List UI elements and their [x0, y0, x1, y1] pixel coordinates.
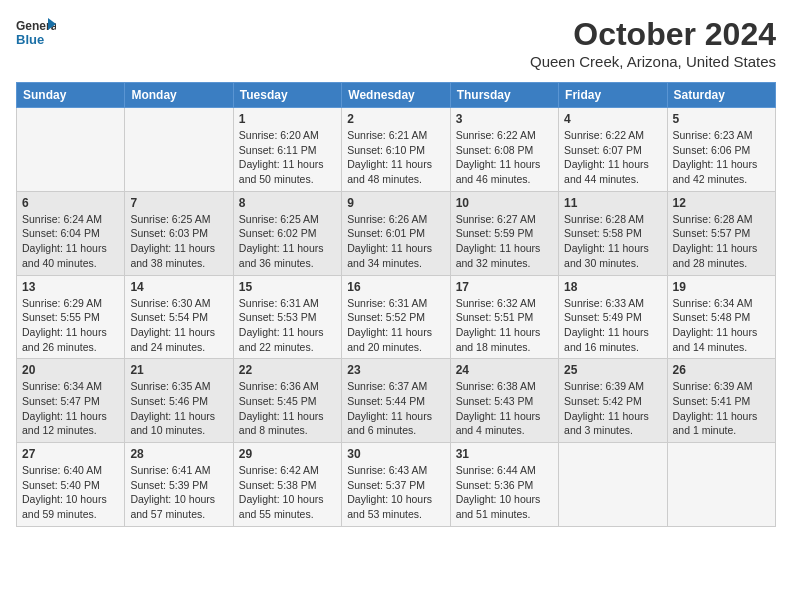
table-row: 17Sunrise: 6:32 AMSunset: 5:51 PMDayligh… — [450, 275, 558, 359]
day-info-line: Daylight: 11 hours and 3 minutes. — [564, 410, 649, 437]
calendar-week-row: 20Sunrise: 6:34 AMSunset: 5:47 PMDayligh… — [17, 359, 776, 443]
day-info-line: Sunset: 6:10 PM — [347, 144, 425, 156]
day-info-line: Sunrise: 6:40 AM — [22, 464, 102, 476]
day-content: Sunrise: 6:26 AMSunset: 6:01 PMDaylight:… — [347, 212, 444, 271]
day-number: 10 — [456, 196, 553, 210]
day-info-line: Sunset: 6:06 PM — [673, 144, 751, 156]
day-number: 24 — [456, 363, 553, 377]
day-info-line: Sunrise: 6:42 AM — [239, 464, 319, 476]
table-row: 10Sunrise: 6:27 AMSunset: 5:59 PMDayligh… — [450, 191, 558, 275]
table-row: 7Sunrise: 6:25 AMSunset: 6:03 PMDaylight… — [125, 191, 233, 275]
day-info-line: Sunset: 5:58 PM — [564, 227, 642, 239]
day-number: 23 — [347, 363, 444, 377]
day-info-line: Daylight: 11 hours and 50 minutes. — [239, 158, 324, 185]
day-number: 7 — [130, 196, 227, 210]
day-number: 9 — [347, 196, 444, 210]
day-info-line: Sunrise: 6:35 AM — [130, 380, 210, 392]
day-content: Sunrise: 6:21 AMSunset: 6:10 PMDaylight:… — [347, 128, 444, 187]
day-info-line: Sunset: 5:51 PM — [456, 311, 534, 323]
day-info-line: Daylight: 10 hours and 57 minutes. — [130, 493, 215, 520]
day-info-line: Sunrise: 6:20 AM — [239, 129, 319, 141]
table-row — [667, 443, 775, 527]
day-number: 1 — [239, 112, 336, 126]
day-info-line: Sunset: 5:48 PM — [673, 311, 751, 323]
day-info-line: Daylight: 11 hours and 44 minutes. — [564, 158, 649, 185]
day-content: Sunrise: 6:39 AMSunset: 5:42 PMDaylight:… — [564, 379, 661, 438]
day-number: 15 — [239, 280, 336, 294]
table-row: 2Sunrise: 6:21 AMSunset: 6:10 PMDaylight… — [342, 108, 450, 192]
day-info-line: Daylight: 11 hours and 20 minutes. — [347, 326, 432, 353]
day-info-line: Sunset: 6:11 PM — [239, 144, 317, 156]
day-content: Sunrise: 6:22 AMSunset: 6:07 PMDaylight:… — [564, 128, 661, 187]
day-number: 25 — [564, 363, 661, 377]
day-info-line: Sunset: 5:52 PM — [347, 311, 425, 323]
day-info-line: Daylight: 11 hours and 34 minutes. — [347, 242, 432, 269]
day-info-line: Sunset: 5:46 PM — [130, 395, 208, 407]
page-header: General Blue October 2024 Queen Creek, A… — [16, 16, 776, 70]
day-info-line: Daylight: 11 hours and 12 minutes. — [22, 410, 107, 437]
day-info-line: Daylight: 11 hours and 26 minutes. — [22, 326, 107, 353]
day-info-line: Sunset: 5:36 PM — [456, 479, 534, 491]
day-info-line: Daylight: 11 hours and 8 minutes. — [239, 410, 324, 437]
day-number: 13 — [22, 280, 119, 294]
day-info-line: Sunrise: 6:37 AM — [347, 380, 427, 392]
day-info-line: Sunset: 5:47 PM — [22, 395, 100, 407]
day-number: 6 — [22, 196, 119, 210]
day-number: 11 — [564, 196, 661, 210]
table-row: 8Sunrise: 6:25 AMSunset: 6:02 PMDaylight… — [233, 191, 341, 275]
page-subtitle: Queen Creek, Arizona, United States — [530, 53, 776, 70]
day-number: 16 — [347, 280, 444, 294]
day-content: Sunrise: 6:23 AMSunset: 6:06 PMDaylight:… — [673, 128, 770, 187]
day-info-line: Sunrise: 6:41 AM — [130, 464, 210, 476]
header-monday: Monday — [125, 83, 233, 108]
day-info-line: Daylight: 11 hours and 6 minutes. — [347, 410, 432, 437]
day-info-line: Sunrise: 6:34 AM — [673, 297, 753, 309]
day-info-line: Sunset: 6:02 PM — [239, 227, 317, 239]
logo: General Blue — [16, 16, 56, 52]
logo-icon: General Blue — [16, 16, 56, 52]
day-content: Sunrise: 6:34 AMSunset: 5:48 PMDaylight:… — [673, 296, 770, 355]
day-info-line: Sunrise: 6:36 AM — [239, 380, 319, 392]
table-row: 19Sunrise: 6:34 AMSunset: 5:48 PMDayligh… — [667, 275, 775, 359]
table-row: 22Sunrise: 6:36 AMSunset: 5:45 PMDayligh… — [233, 359, 341, 443]
day-info-line: Daylight: 11 hours and 24 minutes. — [130, 326, 215, 353]
day-number: 18 — [564, 280, 661, 294]
table-row: 20Sunrise: 6:34 AMSunset: 5:47 PMDayligh… — [17, 359, 125, 443]
day-number: 29 — [239, 447, 336, 461]
calendar-week-row: 13Sunrise: 6:29 AMSunset: 5:55 PMDayligh… — [17, 275, 776, 359]
day-content: Sunrise: 6:22 AMSunset: 6:08 PMDaylight:… — [456, 128, 553, 187]
day-info-line: Sunset: 5:53 PM — [239, 311, 317, 323]
day-info-line: Daylight: 10 hours and 59 minutes. — [22, 493, 107, 520]
day-info-line: Daylight: 11 hours and 22 minutes. — [239, 326, 324, 353]
day-content: Sunrise: 6:39 AMSunset: 5:41 PMDaylight:… — [673, 379, 770, 438]
day-content: Sunrise: 6:25 AMSunset: 6:02 PMDaylight:… — [239, 212, 336, 271]
day-info-line: Sunrise: 6:27 AM — [456, 213, 536, 225]
day-info-line: Sunrise: 6:24 AM — [22, 213, 102, 225]
day-content: Sunrise: 6:44 AMSunset: 5:36 PMDaylight:… — [456, 463, 553, 522]
day-content: Sunrise: 6:33 AMSunset: 5:49 PMDaylight:… — [564, 296, 661, 355]
day-info-line: Daylight: 11 hours and 1 minute. — [673, 410, 758, 437]
table-row: 9Sunrise: 6:26 AMSunset: 6:01 PMDaylight… — [342, 191, 450, 275]
day-number: 30 — [347, 447, 444, 461]
day-content: Sunrise: 6:36 AMSunset: 5:45 PMDaylight:… — [239, 379, 336, 438]
day-info-line: Sunrise: 6:26 AM — [347, 213, 427, 225]
day-content: Sunrise: 6:30 AMSunset: 5:54 PMDaylight:… — [130, 296, 227, 355]
day-number: 22 — [239, 363, 336, 377]
day-content: Sunrise: 6:28 AMSunset: 5:58 PMDaylight:… — [564, 212, 661, 271]
day-info-line: Sunrise: 6:25 AM — [239, 213, 319, 225]
day-content: Sunrise: 6:43 AMSunset: 5:37 PMDaylight:… — [347, 463, 444, 522]
day-info-line: Sunset: 5:38 PM — [239, 479, 317, 491]
day-number: 8 — [239, 196, 336, 210]
day-number: 28 — [130, 447, 227, 461]
day-content: Sunrise: 6:38 AMSunset: 5:43 PMDaylight:… — [456, 379, 553, 438]
day-info-line: Sunrise: 6:43 AM — [347, 464, 427, 476]
day-content: Sunrise: 6:31 AMSunset: 5:52 PMDaylight:… — [347, 296, 444, 355]
day-info-line: Sunset: 6:04 PM — [22, 227, 100, 239]
calendar-week-row: 1Sunrise: 6:20 AMSunset: 6:11 PMDaylight… — [17, 108, 776, 192]
day-number: 17 — [456, 280, 553, 294]
day-content: Sunrise: 6:24 AMSunset: 6:04 PMDaylight:… — [22, 212, 119, 271]
day-content: Sunrise: 6:28 AMSunset: 5:57 PMDaylight:… — [673, 212, 770, 271]
day-info-line: Sunrise: 6:28 AM — [673, 213, 753, 225]
header-saturday: Saturday — [667, 83, 775, 108]
table-row: 29Sunrise: 6:42 AMSunset: 5:38 PMDayligh… — [233, 443, 341, 527]
